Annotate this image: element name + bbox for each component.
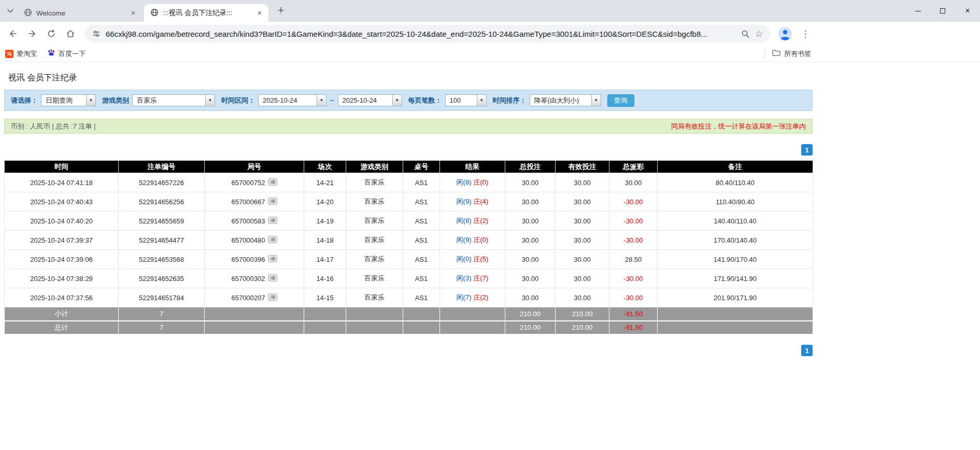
table-row: 2025-10-24 07:40:20 522914655659 6570005… bbox=[5, 212, 813, 231]
cell-round: 657000302 bbox=[205, 269, 304, 288]
zoom-icon[interactable] bbox=[741, 30, 750, 38]
cell-payout: -30.00 bbox=[609, 288, 658, 307]
cell-bet-id: 522914654477 bbox=[119, 231, 205, 250]
browser-window: Welcome × :::视讯 会员下注纪录::: × + × bbox=[0, 0, 980, 356]
home-button[interactable] bbox=[63, 26, 78, 41]
close-button[interactable]: × bbox=[955, 0, 980, 22]
back-button[interactable] bbox=[5, 26, 21, 41]
date-start-select[interactable]: 2025-10-24 ▼ bbox=[258, 94, 326, 106]
result-player: 闲(3) bbox=[457, 274, 472, 282]
cell-game-type: 百家乐 bbox=[346, 269, 403, 288]
chevron-down-icon[interactable]: ▼ bbox=[477, 95, 486, 106]
column-header-payout: 总派彩 bbox=[609, 161, 658, 173]
cell-total-bet-link[interactable]: 30.00 bbox=[505, 231, 556, 250]
date-end-select[interactable]: 2025-10-24 ▼ bbox=[338, 94, 402, 106]
site-settings-tune-icon[interactable] bbox=[92, 30, 101, 38]
chevron-down-icon[interactable]: ▼ bbox=[86, 95, 95, 106]
filter-bar: 请选择： 日期查询 ▼ 游戏类别 百家乐 ▼ 时间区间： 2025-10-24 … bbox=[4, 90, 813, 111]
cell-total-bet-link[interactable]: 30.00 bbox=[505, 192, 556, 212]
tab-betrecord[interactable]: :::视讯 会员下注纪录::: × bbox=[144, 4, 268, 22]
bookmark-label: 爱淘宝 bbox=[17, 49, 37, 59]
chevron-down-icon[interactable]: ▼ bbox=[392, 95, 402, 106]
tab-welcome[interactable]: Welcome × bbox=[18, 4, 142, 22]
result-player: 闲(9) bbox=[457, 198, 472, 205]
cell-total-bet-link[interactable]: 30.00 bbox=[505, 288, 556, 307]
cell-table: AS1 bbox=[403, 212, 440, 231]
table-row: 2025-10-24 07:39:06 522914653568 6570003… bbox=[5, 250, 813, 269]
close-icon: × bbox=[965, 7, 970, 15]
round-detail-icon[interactable] bbox=[268, 293, 277, 302]
total-payout: -91.50 bbox=[609, 321, 658, 334]
cell-valid-bet: 30.00 bbox=[556, 173, 609, 192]
cell-time: 2025-10-24 07:39:06 bbox=[5, 250, 119, 269]
cell-payout: -30.00 bbox=[609, 212, 658, 231]
minimize-icon bbox=[915, 11, 921, 11]
round-detail-icon[interactable] bbox=[268, 178, 277, 187]
url-bar[interactable]: 66cxkj98.com/game/betrecord_search/kind3… bbox=[85, 25, 770, 43]
tab-close-icon[interactable]: × bbox=[129, 8, 138, 18]
refresh-button[interactable] bbox=[44, 26, 59, 41]
column-header-table: 桌号 bbox=[403, 161, 440, 173]
minimize-button[interactable] bbox=[905, 0, 930, 22]
round-detail-icon[interactable] bbox=[268, 236, 277, 245]
cell-session: 14-19 bbox=[304, 212, 346, 231]
cell-payout: -30.00 bbox=[609, 269, 658, 288]
bookmark-star-icon[interactable]: ☆ bbox=[755, 30, 763, 38]
browser-menu-icon[interactable]: ⋮ bbox=[799, 29, 812, 39]
column-header-bet-id: 注单编号 bbox=[119, 161, 205, 173]
filter-mode-select[interactable]: 日期查询 ▼ bbox=[41, 94, 96, 106]
page-size-select[interactable]: 100 ▼ bbox=[445, 94, 487, 106]
bookmarks-divider bbox=[764, 49, 765, 59]
cell-round: 657000396 bbox=[205, 250, 304, 269]
bookmark-aitaobao[interactable]: 淘 爱淘宝 bbox=[5, 49, 37, 59]
globe-favicon-icon bbox=[24, 8, 32, 18]
globe-favicon-icon bbox=[150, 8, 159, 18]
cell-valid-bet: 30.00 bbox=[556, 288, 609, 307]
round-detail-icon[interactable] bbox=[268, 198, 277, 206]
maximize-button[interactable] bbox=[930, 0, 955, 22]
cell-total-bet-link[interactable]: 30.00 bbox=[505, 250, 556, 269]
chevron-down-icon[interactable]: ▼ bbox=[317, 95, 326, 106]
total-count: 7 bbox=[119, 321, 205, 334]
round-detail-icon[interactable] bbox=[268, 255, 277, 264]
all-bookmarks[interactable]: 所有书签 bbox=[764, 49, 811, 59]
tab-close-icon[interactable]: × bbox=[255, 8, 264, 18]
game-type-select[interactable]: 百家乐 ▼ bbox=[132, 94, 215, 106]
cell-round: 657000207 bbox=[205, 288, 304, 307]
profile-avatar[interactable] bbox=[778, 27, 792, 40]
subtotal-count: 7 bbox=[119, 307, 205, 321]
cell-total-bet-link[interactable]: 30.00 bbox=[505, 173, 556, 192]
round-detail-icon[interactable] bbox=[268, 217, 277, 226]
result-banker: 庄(0) bbox=[474, 178, 489, 186]
result-banker: 庄(2) bbox=[474, 293, 489, 301]
round-number: 657000752 bbox=[231, 179, 265, 187]
cell-bet-id: 522914655659 bbox=[119, 212, 205, 231]
bookmark-baidu[interactable]: 百度一下 bbox=[47, 49, 86, 59]
cell-session: 14-20 bbox=[304, 192, 346, 212]
total-valid-bet: 210.00 bbox=[556, 321, 609, 334]
chevron-down-icon[interactable]: ▼ bbox=[591, 95, 601, 106]
result-player: 闲(0) bbox=[457, 255, 472, 263]
new-tab-button[interactable]: + bbox=[274, 4, 288, 18]
chevron-down-icon[interactable]: ▼ bbox=[205, 95, 215, 106]
tab-strip: Welcome × :::视讯 会员下注纪录::: × + × bbox=[0, 0, 980, 22]
column-header-valid-bet: 有效投注 bbox=[556, 161, 609, 173]
cell-result: 闲(8)庄(0) bbox=[440, 173, 505, 192]
result-player: 闲(9) bbox=[457, 236, 472, 244]
cell-time: 2025-10-24 07:41:18 bbox=[5, 173, 119, 192]
cell-total-bet-link[interactable]: 30.00 bbox=[505, 212, 556, 231]
search-button[interactable]: 查询 bbox=[607, 94, 634, 107]
pagination-page-button[interactable]: 1 bbox=[801, 345, 813, 356]
result-player: 闲(8) bbox=[457, 178, 472, 186]
forward-button[interactable] bbox=[24, 26, 40, 41]
round-detail-icon[interactable] bbox=[268, 274, 277, 283]
total-label: 总计 bbox=[5, 321, 119, 334]
cell-session: 14-16 bbox=[304, 269, 346, 288]
cell-total-bet-link[interactable]: 30.00 bbox=[505, 269, 556, 288]
bookmarks-bar: 淘 爱淘宝 百度一下 所有书签 bbox=[0, 46, 980, 62]
column-header-total-bet: 总投注 bbox=[505, 161, 556, 173]
tab-search-chevron-icon[interactable] bbox=[3, 4, 18, 18]
sort-order-select[interactable]: 降幂(由大到小) ▼ bbox=[530, 94, 601, 106]
pagination-page-button[interactable]: 1 bbox=[801, 144, 813, 156]
round-number: 657000396 bbox=[231, 256, 265, 263]
